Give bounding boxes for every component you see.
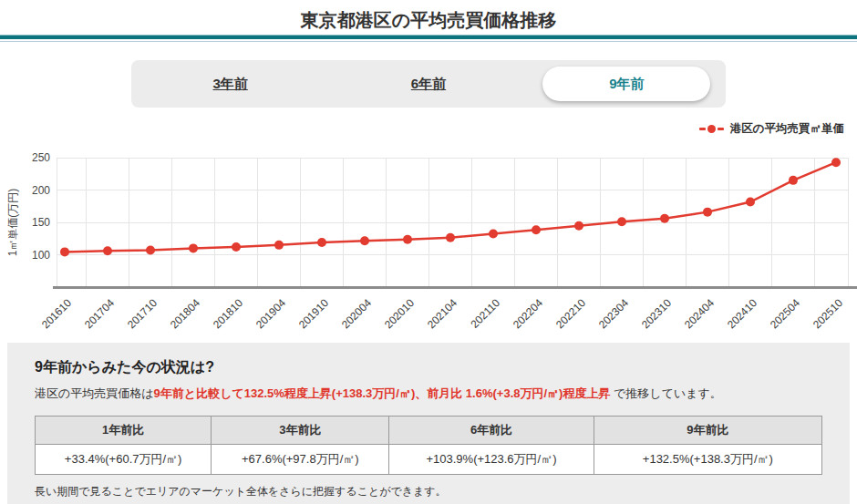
header-9year: 9年前比 [594,417,821,445]
svg-text:202504: 202504 [768,296,802,331]
value-1year: +33.4%(+60.7万円/㎡) [36,445,212,475]
tab-6years-label: 6年前 [411,76,446,93]
panel-note: 長い期間で見ることでエリアのマーケット全体をさらに把握することができます。 [35,484,822,499]
header-divider [0,35,857,42]
summary-text-suffix: で推移しています。 [610,386,721,400]
svg-text:202510: 202510 [811,296,845,331]
svg-text:202104: 202104 [425,296,459,331]
svg-text:202404: 202404 [682,296,717,331]
summary-heading: 9年前からみた今の状況は? [35,358,822,377]
svg-text:201904: 201904 [253,296,288,331]
value-9year: +132.5%(+138.3万円/㎡) [594,445,821,475]
header-1year: 1年前比 [36,417,212,445]
svg-text:202304: 202304 [596,296,631,331]
summary-panel: 9年前からみた今の状況は? 港区の平均売買価格は9年前と比較して132.5%程度… [7,343,850,504]
tab-9years[interactable]: 9年前 [528,60,726,108]
svg-text:100: 100 [32,249,50,262]
legend-label: 港区の平均売買㎡単価 [730,121,844,137]
svg-text:150: 150 [32,216,50,229]
svg-text:200: 200 [32,184,50,197]
table-header-row: 1年前比 3年前比 6年前比 9年前比 [36,417,822,445]
value-3year: +67.6%(+97.8万円/㎡) [212,445,389,475]
svg-text:202004: 202004 [339,296,374,331]
svg-text:201704: 201704 [82,296,117,331]
svg-text:201910: 201910 [296,296,331,331]
chart-legend[interactable]: 港区の平均売買㎡単価 [0,120,844,137]
tab-6years[interactable]: 6年前 [329,60,527,108]
summary-text: 港区の平均売買価格は9年前と比較して132.5%程度上昇(+138.3万円/㎡)… [35,386,822,402]
legend-dash-icon [718,128,724,130]
svg-text:250: 250 [32,151,50,164]
svg-text:202010: 202010 [382,296,417,331]
svg-text:201710: 201710 [125,296,160,331]
header-3year: 3年前比 [212,417,389,445]
legend-dash-icon [699,128,706,130]
value-6year: +103.9%(+123.6万円/㎡) [389,445,594,475]
legend-dot-icon [707,125,716,133]
tab-9years-active-pill: 9年前 [542,67,710,101]
comparison-table: 1年前比 3年前比 6年前比 9年前比 +33.4%(+60.7万円/㎡) +6… [35,416,822,475]
svg-text:202210: 202210 [553,296,588,331]
price-trend-line-chart: 1001502002502016102017042017102018042018… [0,139,857,332]
tab-3years-label: 3年前 [212,76,247,93]
svg-text:202310: 202310 [639,296,674,331]
svg-text:202110: 202110 [469,296,503,331]
tab-9years-label: 9年前 [609,76,644,93]
svg-text:201804: 201804 [168,296,202,331]
period-tabs: 3年前 6年前 9年前 [131,60,726,108]
table-value-row: +33.4%(+60.7万円/㎡) +67.6%(+97.8万円/㎡) +103… [36,445,822,475]
tab-3years[interactable]: 3年前 [131,60,329,108]
svg-text:201610: 201610 [39,296,74,331]
page: 東京都港区の平均売買価格推移 3年前 6年前 9年前 港区の平均売買㎡単価 10… [0,0,857,504]
header-6year: 6年前比 [389,417,594,445]
svg-text:202410: 202410 [725,296,759,331]
page-title: 東京都港区の平均売買価格推移 [0,0,857,34]
svg-text:1㎡単価(万円): 1㎡単価(万円) [6,189,19,257]
summary-text-highlight: 9年前と比較して132.5%程度上昇(+138.3万円/㎡)、前月比 1.6%(… [154,386,611,400]
svg-text:201810: 201810 [211,296,245,331]
svg-text:202204: 202204 [511,296,545,331]
summary-text-prefix: 港区の平均売買価格は [35,386,154,400]
